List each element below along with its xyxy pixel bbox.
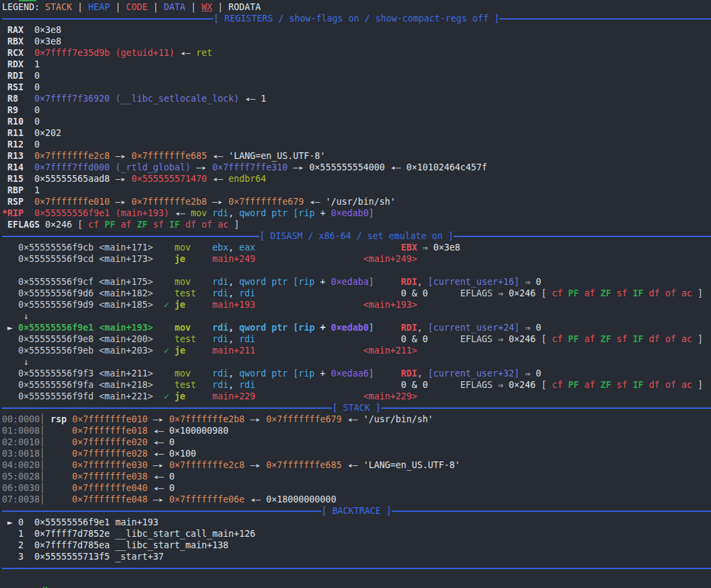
- terminal-line: RSI 0: [2, 81, 711, 93]
- terminal-line: 0×55555556f9eb <main+203> ✓ je main+211 …: [2, 345, 711, 356]
- disasm-header: [ DISASM / x86-64 / set emulate on ]: [2, 230, 711, 242]
- stack-header-label: [ STACK ]: [332, 402, 380, 414]
- terminal-line: R15 0×55555565aad8 —▸ 0×555555571470 ◂— …: [2, 173, 711, 185]
- terminal-line: RDI 0: [2, 70, 711, 81]
- terminal-line: EFLAGS 0×246 [ cf PF af ZF sf IF df of a…: [2, 219, 711, 230]
- terminal-line: 05:0028│ 0×7fffffffe038 ◂— 0: [2, 471, 711, 482]
- disasm-panel: 0×55555556f9cb <main+171> mov ebx, eax E…: [2, 242, 711, 402]
- terminal-line: ↓: [2, 356, 711, 368]
- rule-line: [2, 568, 711, 569]
- rule-line: [2, 18, 213, 20]
- terminal-line: 2 0×7ffff7d785ea __libc_start_main+138: [2, 540, 711, 551]
- terminal-line: 0×55555556f9d9 <main+185> ✓ je main+193 …: [2, 299, 711, 311]
- rule-line: [392, 511, 711, 512]
- terminal-line: *RIP 0×55555556f9e1 (main+193) ◂— mov rd…: [2, 207, 711, 219]
- terminal-line: 01:0008│ 0×7fffffffe018 ◂— 0×100000980: [2, 425, 711, 436]
- terminal-line: R14 0×7ffff7ffd000 (_rtld_global) —▸ 0×7…: [2, 162, 711, 173]
- terminal-line: R10 0: [2, 116, 711, 127]
- registers-panel: RAX 0×3e8 RBX 0×3e8 RCX 0×7ffff7e35d9b (…: [2, 24, 711, 230]
- terminal-line: R8 0×7ffff7f36920 (__libc_setlocale_lock…: [2, 93, 711, 104]
- terminal-line: 0×55555556f9fa <main+218> test rdi, rdi …: [2, 379, 711, 391]
- terminal-line: 1 0×7ffff7d7852e __libc_start_call_main+…: [2, 528, 711, 540]
- terminal-line: RBX 0×3e8: [2, 36, 711, 47]
- terminal-line: R12 0: [2, 139, 711, 150]
- terminal-line: 0×55555556f9fd <main+221> ✓ je main+229 …: [2, 391, 711, 402]
- terminal-line: 06:0030│ 0×7fffffffe040 ◂— 0: [2, 482, 711, 494]
- terminal-line: 04:0020│ 0×7fffffffe030 —▸ 0×7fffffffe2c…: [2, 459, 711, 471]
- registers-header: [ REGISTERS / show-flags on / show-compa…: [2, 13, 711, 24]
- terminal-line: ↓: [2, 311, 711, 322]
- terminal-line: RBP 1: [2, 185, 711, 196]
- terminal-line: LEGEND: STACK | HEAP | CODE | DATA | WX …: [2, 1, 711, 13]
- terminal-line: RCX 0×7ffff7e35d9b (getuid+11) ◂— ret: [2, 47, 711, 59]
- terminal-line: 0×55555556f9f3 <main+211> mov rdi, qword…: [2, 368, 711, 379]
- terminal-line: R11 0×202: [2, 127, 711, 139]
- separator-rule: [2, 562, 711, 574]
- rule-line: [2, 236, 259, 237]
- stack-panel: 00:0000│ rsp 0×7fffffffe010 —▸ 0×7ffffff…: [2, 414, 711, 505]
- registers-header-label: [ REGISTERS / show-flags on / show-compa…: [213, 13, 499, 24]
- terminal-line: ► 0 0×55555556f9e1 main+193: [2, 517, 711, 528]
- backtrace-header: [ BACKTRACE ]: [2, 505, 711, 517]
- terminal-line: ► 0×55555556f9e1 <main+193> mov rdi, qwo…: [2, 322, 711, 333]
- terminal: LEGEND: STACK | HEAP | CODE | DATA | WX …: [0, 0, 711, 588]
- clipped-text-artifact: [19, 0, 36, 1]
- rule-line: [381, 407, 711, 409]
- rule-line: [454, 236, 711, 237]
- backtrace-header-label: [ BACKTRACE ]: [321, 505, 391, 517]
- terminal-line: RDX 1: [2, 59, 711, 70]
- terminal-line: R9 0: [2, 104, 711, 116]
- terminal-line: 0×55555556f9cb <main+171> mov ebx, eax E…: [2, 242, 711, 253]
- terminal-line: 0×55555556f9e8 <main+200> test rdi, rdi …: [2, 333, 711, 345]
- terminal-line: 03:0018│ 0×7fffffffe028 ◂— 0×100: [2, 448, 711, 459]
- terminal-line: 0×55555556f9cd <main+173> je main+249 <m…: [2, 253, 711, 265]
- rule-line: [2, 407, 332, 409]
- terminal-line: R13 0×7fffffffe2c8 —▸ 0×7fffffffe685 ◂— …: [2, 150, 711, 162]
- terminal-line: 0×55555556f9d6 <main+182> test rdi, rdi …: [2, 288, 711, 299]
- rule-line: [2, 511, 321, 512]
- terminal-line: [2, 265, 711, 276]
- stack-header: [ STACK ]: [2, 402, 711, 414]
- rule-line: [500, 18, 711, 20]
- terminal-line: 0×55555556f9cf <main+175> mov rdi, qword…: [2, 276, 711, 288]
- disasm-header-label: [ DISASM / x86-64 / set emulate on ]: [259, 230, 453, 242]
- legend-line: LEGEND: STACK | HEAP | CODE | DATA | WX …: [2, 1, 711, 13]
- terminal-line: 00:0000│ rsp 0×7fffffffe010 —▸ 0×7ffffff…: [2, 414, 711, 425]
- command-prompt[interactable]: pwndbg>: [2, 574, 711, 585]
- terminal-line: 07:0038│ 0×7fffffffe048 —▸ 0×7fffffffe06…: [2, 494, 711, 505]
- terminal-line: 02:0010│ 0×7fffffffe020 ◂— 0: [2, 436, 711, 448]
- terminal-line: RAX 0×3e8: [2, 24, 711, 36]
- backtrace-panel: ► 0 0×55555556f9e1 main+193 1 0×7ffff7d7…: [2, 517, 711, 562]
- terminal-line: RSP 0×7fffffffe010 —▸ 0×7fffffffe2b8 —▸ …: [2, 196, 711, 207]
- terminal-line: 3 0×5555555713f5 _start+37: [2, 551, 711, 562]
